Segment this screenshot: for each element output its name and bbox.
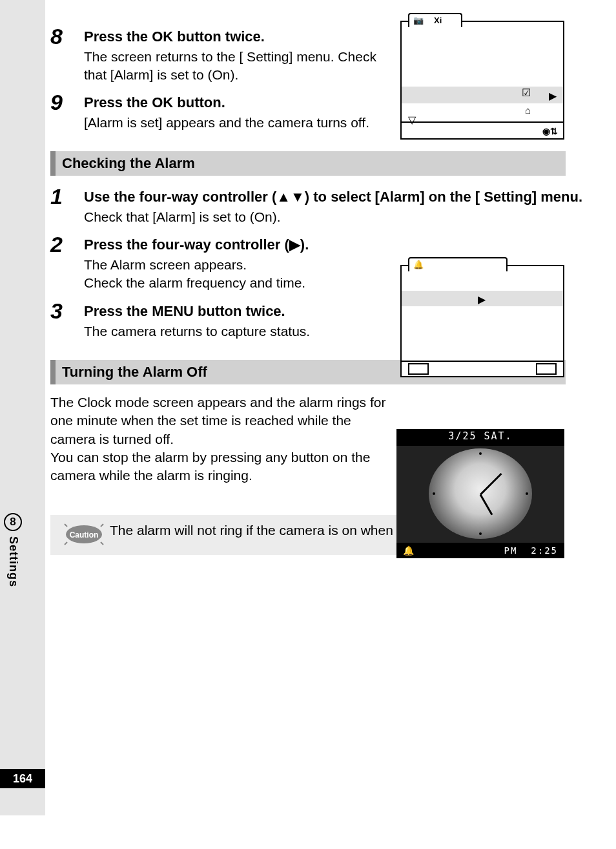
- checkbox-on-icon: ☑: [522, 87, 531, 99]
- page-number: 164: [0, 769, 45, 788]
- clock-hand-minute: [480, 473, 502, 496]
- menu-text: MENU: [152, 303, 194, 319]
- step-number: 1: [50, 185, 84, 226]
- ok-text: OK: [152, 94, 173, 110]
- text: Press the: [84, 94, 152, 110]
- setting-icon: Xi: [434, 16, 442, 25]
- step-number: 8: [50, 25, 84, 84]
- svg-text:Caution: Caution: [70, 530, 99, 540]
- clock-date: 3/25 SAT.: [396, 429, 564, 446]
- step-title: Use the four-way controller (▲▼) to sele…: [84, 187, 612, 207]
- ok-text: OK: [152, 28, 173, 45]
- text: button twice.: [194, 303, 285, 319]
- highlight-row: [402, 87, 563, 103]
- left-margin: [0, 0, 45, 815]
- svg-line-2: [65, 524, 67, 527]
- svg-line-5: [101, 542, 103, 545]
- section-label: Settings: [6, 536, 20, 587]
- record-icon: ◉⇅: [542, 126, 558, 136]
- clock-face: [429, 448, 532, 539]
- right-arrow-icon: ▶: [549, 90, 557, 102]
- bottom-bar: [402, 121, 563, 138]
- clock-hand-hour: [480, 494, 493, 516]
- ampm: PM: [504, 545, 518, 556]
- step-title: Press the four-way controller (▶).: [84, 235, 612, 255]
- step-number: 9: [50, 90, 84, 132]
- clock-time: PM 2:25: [504, 545, 558, 556]
- right-arrow-icon: ▶: [478, 293, 486, 306]
- step-desc: Check that [Alarm] is set to (On).: [84, 208, 612, 226]
- step-number: 3: [50, 299, 84, 341]
- step-1: 1 Use the four-way controller (▲▼) to se…: [50, 185, 612, 226]
- camera-icon: 📷: [413, 16, 424, 25]
- text: button.: [173, 94, 225, 110]
- manual-page: 8 Settings 164 8 Press the OK button twi…: [0, 0, 616, 849]
- text: button twice.: [173, 28, 265, 45]
- lcd-screen-alarm: 🔔 ▶: [400, 265, 564, 377]
- step-number: 2: [50, 233, 84, 292]
- text: Press the: [84, 28, 152, 45]
- step-desc: [Alarm is set] appears and the camera tu…: [84, 114, 400, 132]
- text: Press the: [84, 303, 152, 319]
- off-paragraph: The Clock mode screen appears and the al…: [50, 393, 386, 485]
- svg-line-3: [101, 524, 103, 527]
- side-tab: 8 Settings: [0, 513, 26, 587]
- svg-line-4: [65, 542, 67, 545]
- home-icon: ⌂: [525, 105, 531, 116]
- subheading-check: Checking the Alarm: [50, 151, 566, 176]
- time: 2:25: [531, 545, 558, 556]
- clock-bottom-bar: 🔔 PM 2:25: [396, 543, 564, 558]
- caution-icon: Caution: [58, 521, 110, 547]
- bottom-bar: [402, 361, 563, 376]
- clock-mode-screen: 3/25 SAT. 🔔 PM 2:25: [396, 429, 564, 558]
- step-desc: The screen returns to the [ Setting] men…: [84, 48, 400, 85]
- section-number-badge: 8: [4, 513, 22, 531]
- bell-icon: 🔔: [403, 545, 415, 556]
- lcd-screen-settings: 📷 Xi ☑ ▶ ⌂ ▽ ◉⇅: [400, 21, 564, 140]
- bell-icon: 🔔: [413, 260, 424, 269]
